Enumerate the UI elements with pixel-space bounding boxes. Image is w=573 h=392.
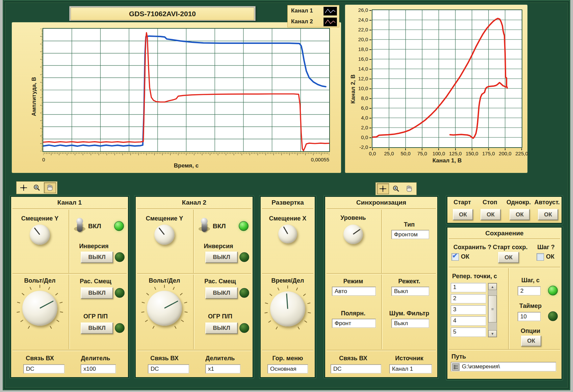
ext-offset-button[interactable]: ВЫКЛ: [205, 287, 238, 299]
noise-filter-select[interactable]: Выкл: [391, 319, 429, 328]
stop-button[interactable]: ОК: [480, 209, 501, 220]
crosshair-tool[interactable]: [377, 183, 389, 194]
ref-point-item[interactable]: 3: [451, 305, 486, 314]
source-select[interactable]: Канал 1: [389, 364, 432, 373]
scroll-thumb[interactable]: ≡: [488, 295, 497, 322]
coupling-label: Связь ВХ: [11, 355, 69, 362]
crosshair-tool[interactable]: [18, 182, 30, 193]
options-button[interactable]: ОК: [521, 336, 541, 346]
scroll-up-button[interactable]: ▲: [488, 283, 497, 290]
x-tick-label: 225,0: [512, 148, 532, 156]
coupling-select[interactable]: DC: [23, 364, 64, 373]
power-toggle[interactable]: [197, 218, 211, 234]
step-led: [548, 286, 558, 295]
reject-label: Режект.: [381, 278, 437, 285]
offset-y-knob[interactable]: [154, 225, 175, 245]
bw-limit-button[interactable]: ВЫКЛ: [81, 322, 113, 334]
single-button[interactable]: ОК: [510, 209, 530, 220]
y-axis-ruler: [39, 29, 43, 151]
start-save-button[interactable]: ОК: [498, 252, 519, 263]
hand-tool[interactable]: [44, 182, 56, 193]
x-axis-ruler: [43, 153, 329, 156]
legend-item-channel2[interactable]: Канал 2: [288, 16, 339, 27]
chart-legend: Канал 1 Канал 2: [288, 5, 339, 27]
options-label: Опции: [514, 328, 547, 335]
timer-value-field[interactable]: 10: [518, 312, 541, 321]
bw-limit-led: [115, 323, 125, 333]
y-tick-label: 12,0: [351, 76, 371, 81]
step-value-field[interactable]: 2: [518, 286, 541, 295]
inversion-button[interactable]: ВЫКЛ: [205, 252, 238, 263]
ref-point-item[interactable]: 2: [451, 294, 486, 303]
panel-title: Канал 1: [11, 199, 128, 206]
volt-div-label: Вольт/Дел: [136, 277, 193, 284]
step-checkbox[interactable]: [537, 253, 544, 261]
volt-div-knob[interactable]: [147, 291, 182, 326]
y-tick-label: 16,0: [351, 56, 371, 62]
ext-offset-button[interactable]: ВЫКЛ: [81, 287, 113, 299]
power-label: ВКЛ: [213, 223, 233, 230]
right-graph-palette: [375, 182, 417, 195]
autoset-label: Автоуст.: [532, 199, 562, 206]
step-checkbox-label: ОК: [546, 253, 554, 260]
mode-select[interactable]: Авто: [332, 287, 376, 296]
divider-select[interactable]: x100: [81, 364, 116, 373]
xy-chart-panel: Канал 2, В Канал 1, В 26,024,022,020,018…: [345, 5, 527, 173]
hor-menu-select[interactable]: Основная: [267, 364, 308, 373]
save-checkbox[interactable]: ✔: [451, 253, 459, 261]
path-label: Путь: [449, 353, 485, 360]
divider-select[interactable]: x1: [205, 364, 240, 373]
timer-led: [548, 311, 558, 321]
ext-offset-led: [115, 288, 125, 298]
timer-label: Таймер: [514, 303, 547, 310]
save-question-label: Сохранить ?: [449, 244, 496, 251]
bw-limit-button[interactable]: ВЫКЛ: [205, 322, 238, 334]
level-knob[interactable]: [343, 225, 363, 244]
device-title-box: GDS-71062AVI-2010: [69, 6, 256, 21]
bw-limit-led: [239, 323, 249, 333]
y-tick-label: 10,0: [351, 85, 371, 91]
ref-points-scrollbar[interactable]: ▲ ≡ ▼: [488, 283, 497, 337]
start-button[interactable]: ОК: [453, 209, 473, 220]
offset-x-knob[interactable]: [278, 225, 297, 243]
type-select[interactable]: Фронтом: [391, 230, 429, 239]
y-tick-label: 26,0: [351, 7, 371, 13]
ref-point-item[interactable]: 5: [451, 328, 486, 337]
stop-label: Стоп: [477, 199, 503, 206]
xy-plot-area[interactable]: [372, 10, 522, 147]
bw-limit-label: ОГР П/П: [193, 313, 247, 320]
hand-tool[interactable]: [403, 183, 415, 194]
bw-limit-label: ОГР П/П: [69, 313, 123, 320]
x-axis-title: Время, с: [43, 162, 329, 169]
coupling-select[interactable]: DC: [148, 364, 189, 373]
legend-item-channel1[interactable]: Канал 1: [288, 5, 339, 16]
time-div-knob[interactable]: [270, 291, 305, 326]
ref-point-item[interactable]: 1: [451, 283, 486, 292]
scroll-down-button[interactable]: ▼: [488, 330, 497, 337]
autoset-button[interactable]: ОК: [538, 209, 558, 220]
zoom-tool[interactable]: [31, 182, 43, 193]
offset-y-knob[interactable]: [30, 225, 50, 245]
waveform-chart-panel: Амплитуда, В 0 0,00055 Время, с: [12, 22, 341, 173]
ref-point-item[interactable]: 4: [451, 316, 486, 325]
polarity-select[interactable]: Фронт: [332, 319, 376, 328]
zoom-tool[interactable]: [390, 183, 402, 194]
inversion-button[interactable]: ВЫКЛ: [81, 252, 113, 263]
inversion-label: Инверсия: [69, 243, 119, 250]
y-axis-title: Амплитуда, В: [31, 56, 37, 137]
source-label: Источник: [381, 355, 437, 362]
y-tick-label: 24,0: [351, 17, 371, 23]
sync-panel: Синхронизация Уровень Тип Фронтом Режим …: [324, 196, 438, 378]
path-field[interactable]: G:\измерения\: [451, 362, 556, 371]
reject-select[interactable]: Выкл: [391, 287, 429, 296]
save-checkbox-label: ОК: [461, 253, 469, 260]
waveform-plot-area[interactable]: [43, 29, 329, 151]
offset-x-label: Смещение X: [261, 215, 315, 222]
divider-label: Делитель: [69, 355, 123, 362]
coupling-label: Связь ВХ: [136, 355, 193, 362]
power-toggle[interactable]: [73, 218, 87, 234]
coupling-select[interactable]: DC: [331, 364, 381, 373]
inversion-led: [115, 252, 125, 262]
volt-div-knob[interactable]: [22, 291, 57, 326]
y-tick-label: 4,0: [351, 115, 371, 121]
